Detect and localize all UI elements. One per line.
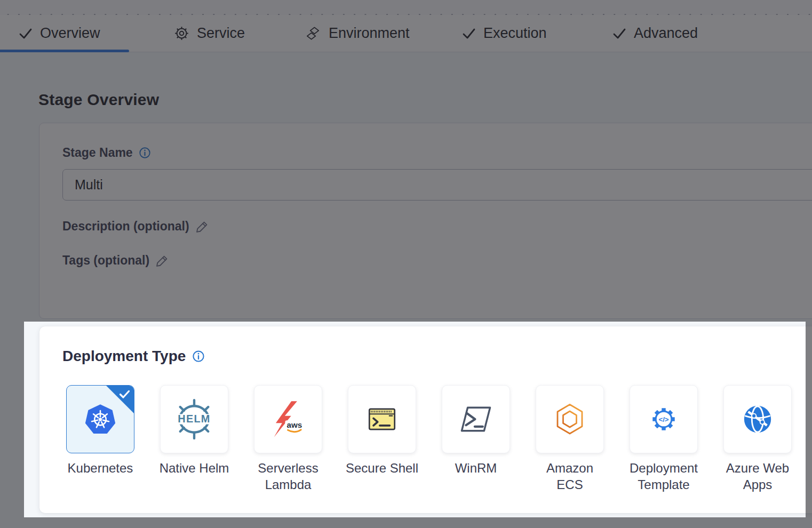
aws-lambda-icon: aws bbox=[269, 400, 307, 438]
tags-toggle[interactable]: Tags (optional) bbox=[62, 253, 169, 268]
powershell-icon bbox=[458, 401, 494, 437]
tab-label: Service bbox=[197, 25, 245, 42]
deployment-type-secure-shell[interactable] bbox=[348, 385, 416, 453]
tags-label: Tags (optional) bbox=[62, 253, 149, 268]
deployment-type-serverless-lambda[interactable]: aws bbox=[254, 385, 322, 453]
pipeline-canvas-dots bbox=[0, 0, 812, 15]
stage-overview-card: Stage Name Description (optional) Tags (… bbox=[39, 123, 812, 319]
deployment-type-kubernetes[interactable] bbox=[66, 385, 134, 453]
info-icon[interactable] bbox=[139, 147, 151, 159]
azure-globe-icon bbox=[741, 403, 774, 436]
tab-service[interactable]: Service bbox=[174, 15, 245, 52]
svg-text:aws: aws bbox=[286, 420, 302, 429]
deployment-type-amazon-ecs[interactable] bbox=[536, 385, 604, 453]
deployment-type-label: Kubernetes bbox=[53, 460, 147, 476]
stage-name-label: Stage Name bbox=[62, 146, 133, 160]
stage-name-label-row: Stage Name bbox=[62, 146, 151, 160]
deployment-type-label: Deployment Template bbox=[617, 460, 711, 493]
deployment-type-winrm[interactable] bbox=[442, 385, 510, 453]
deployment-type-native-helm[interactable]: HELM bbox=[160, 385, 228, 453]
check-icon bbox=[612, 28, 626, 39]
tab-overview[interactable]: Overview bbox=[19, 15, 100, 52]
description-label: Description (optional) bbox=[62, 219, 189, 234]
gear-icon bbox=[174, 26, 189, 41]
tab-label: Advanced bbox=[634, 25, 698, 42]
deployment-type-title: Deployment Type bbox=[62, 348, 186, 365]
kubernetes-icon bbox=[83, 402, 118, 437]
stage-tabs: Overview Service Environment bbox=[0, 15, 812, 52]
deployment-type-heading-row: Deployment Type bbox=[62, 348, 205, 365]
check-icon bbox=[462, 28, 476, 39]
tab-label: Overview bbox=[40, 25, 100, 42]
deployment-type-label: Amazon ECS bbox=[523, 460, 617, 493]
deployment-type-card: Deployment Type bbox=[39, 326, 812, 513]
deployment-type-label: Secure Shell bbox=[335, 460, 429, 476]
tab-execution[interactable]: Execution bbox=[462, 15, 547, 52]
description-toggle[interactable]: Description (optional) bbox=[62, 219, 209, 234]
amazon-ecs-icon bbox=[553, 402, 587, 436]
check-icon bbox=[19, 28, 33, 39]
tab-advanced[interactable]: Advanced bbox=[612, 15, 698, 52]
stage-overview-page: Stage Overview Stage Name Description (o… bbox=[0, 52, 812, 528]
tab-label: Execution bbox=[483, 25, 547, 42]
tab-label: Environment bbox=[329, 25, 410, 42]
terminal-icon bbox=[364, 402, 400, 437]
stage-name-input[interactable] bbox=[62, 169, 812, 201]
deployment-type-deployment-template[interactable]: </> bbox=[630, 385, 698, 453]
pencil-icon bbox=[195, 220, 209, 234]
deployment-type-label: Native Helm bbox=[147, 460, 241, 476]
tab-environment[interactable]: Environment bbox=[305, 15, 410, 52]
deployment-type-label: Serverless Lambda bbox=[241, 460, 335, 493]
gear-code-icon: </> bbox=[646, 401, 682, 437]
deployment-type-azure-web-apps[interactable] bbox=[723, 385, 792, 453]
svg-text:HELM: HELM bbox=[178, 413, 210, 425]
pencil-icon bbox=[155, 254, 169, 268]
svg-text:</>: </> bbox=[658, 415, 668, 423]
check-icon bbox=[119, 390, 130, 399]
deployment-type-label: Azure Web Apps bbox=[711, 460, 805, 493]
deployment-type-label: WinRM bbox=[429, 460, 523, 476]
layers-icon bbox=[305, 25, 321, 42]
page-title: Stage Overview bbox=[38, 91, 159, 109]
info-icon[interactable] bbox=[192, 350, 205, 363]
helm-icon: HELM bbox=[172, 397, 216, 441]
